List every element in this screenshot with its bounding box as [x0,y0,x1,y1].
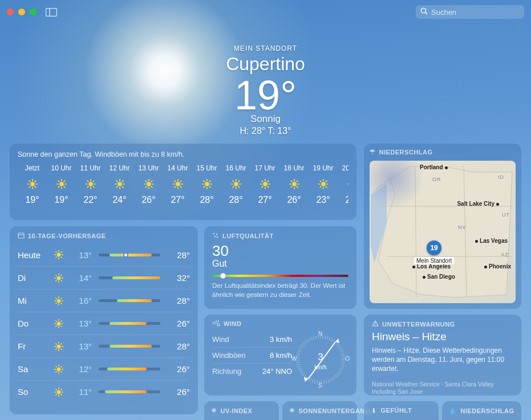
day-name: Do [18,319,48,328]
my-location-pin[interactable]: 19 Mein Standort [414,240,454,264]
search-input[interactable] [431,8,520,17]
high-temp: 26° [167,364,190,374]
hour-label: 15 Uhr [192,164,221,172]
svg-line-47 [145,186,147,187]
hourly-item[interactable]: 18 Uhr26° [279,164,309,205]
hour-temp: 27° [250,195,279,205]
alert-source: National Weather Service · Santa Clara V… [372,381,513,396]
air-quality-card[interactable]: LUFTQUALITÄT 30 Gut Der Luftqualitätsind… [204,226,356,309]
hourly-item[interactable]: 17 Uhr27° [250,164,279,205]
map-viewport[interactable]: Portland Salt Lake City Las Vegas Los An… [370,161,516,303]
forecast-day-row[interactable]: Do13°26° [18,312,190,335]
temp-range-bar [99,368,160,370]
svg-line-28 [93,186,94,187]
hourly-item[interactable]: 14 Uhr27° [163,164,192,205]
svg-line-126 [61,252,62,253]
svg-point-58 [205,182,209,186]
svg-line-92 [291,186,292,187]
hourly-item[interactable]: 10 Uhr19° [47,164,76,205]
aqi-rating: Gut [212,259,348,269]
hourly-item[interactable]: 12 Uhr24° [105,164,134,205]
umbrella-icon: ☂ [370,148,376,156]
svg-line-9 [29,181,30,182]
svg-point-184 [217,236,218,238]
svg-line-37 [122,186,123,187]
svg-line-21 [64,181,65,182]
svg-line-66 [209,181,210,182]
forecast-day-row[interactable]: So11°26° [18,380,190,403]
svg-line-74 [233,186,234,187]
forecast-day-row[interactable]: Di14°32° [18,266,190,289]
svg-line-55 [180,186,181,187]
svg-line-18 [58,181,59,182]
svg-line-12 [35,181,36,182]
day-name: Sa [18,364,48,374]
hourly-item[interactable]: 19 Uhr23° [309,164,338,205]
svg-line-10 [35,186,36,187]
thermometer-icon: 🌡 [371,407,378,414]
hour-temp: 19° [47,195,76,205]
hour-label: 10 Uhr [47,164,76,172]
wind-icon [212,320,220,327]
uv-index-card[interactable]: ☀UV-INDEX [204,401,279,420]
hourly-item[interactable]: 11 Uhr22° [76,164,105,205]
warning-icon [372,320,379,328]
low-temp: 12° [69,364,92,374]
aqi-value: 30 [212,242,348,260]
hour-temp: 21° [338,195,348,205]
svg-marker-186 [335,339,339,343]
minimize-window-button[interactable] [18,9,25,15]
severe-weather-card[interactable]: UNWETTERWARNUNG Hinweis – Hitze Hinweis … [364,315,521,395]
svg-line-124 [61,257,62,258]
svg-line-125 [56,257,57,258]
card-title: LUFTQUALITÄT [222,233,274,239]
card-title: NIEDERSCHLAG [461,407,514,414]
svg-line-73 [238,186,240,187]
svg-line-72 [233,181,234,182]
high-low: H: 28° T: 13° [0,126,531,136]
svg-point-181 [213,233,214,234]
svg-line-36 [116,181,117,182]
hour-temp: 27° [163,195,192,205]
svg-point-127 [57,276,61,280]
svg-line-100 [326,186,327,187]
forecast-day-row[interactable]: Heute13°28° [18,243,190,266]
low-temp: 14° [69,273,92,283]
hourly-item[interactable]: 13 Uhr26° [134,164,163,205]
wind-card[interactable]: WIND Wind3 km/hWindböen8 km/hRichtung24°… [204,315,356,395]
fullscreen-window-button[interactable] [30,9,37,15]
wind-row: Richtung24° NNO [212,364,292,379]
svg-point-118 [57,253,61,257]
forecast-day-row[interactable]: Fr13°28° [18,335,190,357]
ten-day-forecast-card[interactable]: 10-TAGE-VORHERSAGE Heute13°28°Di14°32°Mi… [10,226,198,414]
precipitation-card[interactable]: 💧NIEDERSCHLAG [442,401,521,420]
sunset-card[interactable]: ☀SONNENUNTERGANG [282,401,357,420]
forecast-day-row[interactable]: Sa12°26° [18,357,190,380]
hourly-forecast-card[interactable]: Sonne den ganzen Tag. Windböen mit bis z… [10,144,356,220]
temp-range-bar [99,345,160,348]
city-label: Las Vegas [473,238,508,244]
svg-line-153 [61,320,62,321]
search-field[interactable] [416,5,524,19]
hourly-item[interactable]: 20 Uhr21° [338,164,348,205]
hourly-item[interactable]: Jetzt19° [18,164,47,205]
close-window-button[interactable] [7,9,14,15]
svg-line-19 [64,186,65,187]
hourly-item[interactable]: 16 Uhr28° [221,164,250,205]
svg-line-151 [61,325,62,327]
precipitation-map-card[interactable]: ☂NIEDERSCHLAG Portland Salt Lake City La… [364,144,521,309]
hourly-item[interactable]: 15 Uhr28° [192,164,221,205]
high-temp: 28° [167,250,190,260]
sun-icon [48,387,69,397]
svg-line-179 [56,394,57,395]
svg-line-169 [61,371,62,372]
day-name: Heute [18,250,48,260]
svg-point-85 [292,182,297,186]
forecast-day-row[interactable]: Mi16°28° [18,289,190,312]
sun-icon [48,250,69,260]
sun-icon [48,296,69,306]
feels-like-card[interactable]: 🌡GEFÜHLT [364,401,439,420]
low-temp: 13° [69,341,92,351]
sidebar-toggle-button[interactable] [46,8,57,17]
svg-point-190 [375,325,375,325]
